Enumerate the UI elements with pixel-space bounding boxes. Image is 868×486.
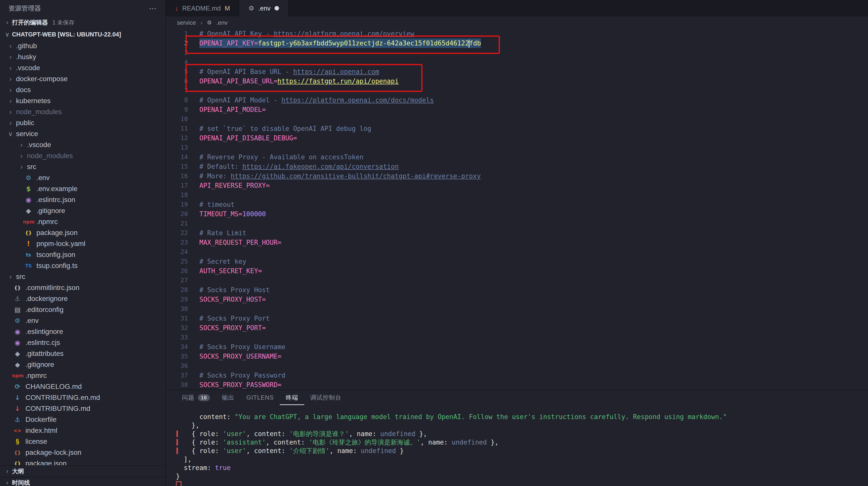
tree-file-package.json[interactable]: {}package.json <box>0 227 165 238</box>
terminal[interactable]: content: "You are ChatGPT, a large langu… <box>166 405 868 486</box>
editor-line[interactable]: 1# OpenAI API Key - https://platform.ope… <box>166 29 868 38</box>
editor-line[interactable]: 22# Rate Limit <box>166 228 868 238</box>
sidebar-section-时间线[interactable]: ›时间线 <box>0 477 165 486</box>
editor-line[interactable]: 9OPENAI_API_MODEL= <box>166 105 868 114</box>
tree-file-CHANGELOG.md[interactable]: ⟳CHANGELOG.md <box>0 381 165 392</box>
editor-line[interactable]: 15# Default: https://ai.fakeopen.com/api… <box>166 162 868 171</box>
more-actions-icon[interactable]: ⋯ <box>149 4 157 13</box>
token-comment: # OpenAI API Base URL - <box>199 68 293 76</box>
tree-file-.npmrc[interactable]: npm.npmrc <box>0 370 165 381</box>
tree-file-.gitignore[interactable]: ◆.gitignore <box>0 359 165 370</box>
line-number: 4 <box>166 57 188 67</box>
tree-folder-service[interactable]: ∨service <box>0 128 165 139</box>
panel-tab-GITLENS[interactable]: GITLENS <box>240 390 280 405</box>
line-number: 9 <box>166 105 188 114</box>
editor-line[interactable]: 13 <box>166 143 868 152</box>
tree-folder-src[interactable]: ›src <box>0 271 165 282</box>
tree-file-.editorconfig[interactable]: ▤.editorconfig <box>0 304 165 315</box>
tree-file-CONTRIBUTING.md[interactable]: ↓CONTRIBUTING.md <box>0 403 165 414</box>
editor-line[interactable]: 38SOCKS_PROXY_PASSWORD= <box>166 380 868 390</box>
editor-line[interactable]: 27 <box>166 276 868 285</box>
tree-folder-node_modules[interactable]: ›node_modules <box>0 150 165 161</box>
tree-file-package-lock.json[interactable]: {}package-lock.json <box>0 447 165 458</box>
editor-line[interactable]: 2OPENAI_API_KEY=fastgpt-y6b3axfbdd5wyp01… <box>166 38 868 48</box>
editor-line[interactable]: 6OPENAI_API_BASE_URL=https://fastgpt.run… <box>166 77 868 86</box>
tree-file-.env[interactable]: ⚙.env <box>0 172 165 183</box>
editor-line[interactable]: 5# OpenAI API Base URL - https://api.ope… <box>166 67 868 77</box>
editor-line[interactable]: 8# OpenAI API Model - https://platform.o… <box>166 95 868 105</box>
editor-line[interactable]: 25# Secret key <box>166 257 868 266</box>
tree-folder-.husky[interactable]: ›.husky <box>0 52 165 62</box>
editor-line[interactable]: 28# Socks Proxy Host <box>166 285 868 295</box>
line-number: 17 <box>166 181 188 190</box>
tree-file-package.json[interactable]: {}package.json <box>0 458 165 465</box>
tree-folder-docker-compose[interactable]: ›docker-compose <box>0 74 165 84</box>
breadcrumb-item[interactable]: .env <box>216 19 227 26</box>
tree-file-.commitlintrc.json[interactable]: {}.commitlintrc.json <box>0 282 165 293</box>
editor-line[interactable]: 18 <box>166 190 868 200</box>
tree-file-.gitattributes[interactable]: ◆.gitattributes <box>0 348 165 359</box>
editor-line[interactable]: 4 <box>166 57 868 67</box>
tree-folder-public[interactable]: ›public <box>0 117 165 128</box>
tree-folder-src[interactable]: ›src <box>0 161 165 172</box>
editor-line[interactable]: 7 <box>166 86 868 95</box>
tree-folder-.github[interactable]: ›.github <box>0 40 165 52</box>
editor-line[interactable]: 35SOCKS_PROXY_USERNAME= <box>166 352 868 361</box>
bottom-panel: 问题16输出GITLENS终端调试控制台 content: "You are C… <box>166 390 868 486</box>
editor-line[interactable]: 26AUTH_SECRET_KEY= <box>166 266 868 276</box>
editor-tab-.env[interactable]: ⚙.env <box>239 0 288 17</box>
tree-file-pnpm-lock.yaml[interactable]: !pnpm-lock.yaml <box>0 238 165 249</box>
editor-line[interactable]: 10 <box>166 114 868 124</box>
tree-file-Dockerfile[interactable]: ⚓Dockerfile <box>0 414 165 425</box>
tree-folder-kubernetes[interactable]: ›kubernetes <box>0 95 165 106</box>
panel-tab-问题[interactable]: 问题16 <box>176 390 216 405</box>
tree-file-.eslintrc.json[interactable]: ◉.eslintrc.json <box>0 194 165 205</box>
editor-line[interactable]: 36 <box>166 361 868 371</box>
chevron-right-icon: › <box>16 152 27 160</box>
tree-file-license[interactable]: §license <box>0 436 165 447</box>
tree-folder-.vscode[interactable]: ›.vscode <box>0 139 165 150</box>
editor[interactable]: 1# OpenAI API Key - https://platform.ope… <box>166 29 868 390</box>
editor-line[interactable]: 11# set `true` to disable OpenAI API deb… <box>166 124 868 133</box>
editor-line[interactable]: 21 <box>166 219 868 228</box>
editor-line[interactable]: 37# Socks Proxy Password <box>166 371 868 380</box>
tree-file-index.html[interactable]: <>index.html <box>0 425 165 436</box>
tree-file-.gitignore[interactable]: ◆.gitignore <box>0 205 165 216</box>
panel-tab-终端[interactable]: 终端 <box>280 390 304 405</box>
workspace-section-header[interactable]: ∨ CHATGPT-WEB [WSL: UBUNTU-22.04] <box>0 28 165 40</box>
editor-tab-README.md[interactable]: ↓README.mdM <box>166 0 239 17</box>
tree-file-.env.example[interactable]: $.env.example <box>0 183 165 194</box>
editor-line[interactable]: 23MAX_REQUEST_PER_HOUR= <box>166 238 868 247</box>
editor-line[interactable]: 24 <box>166 247 868 257</box>
tree-folder-docs[interactable]: ›docs <box>0 84 165 95</box>
panel-tab-输出[interactable]: 输出 <box>216 390 240 405</box>
open-editors-section-header[interactable]: › 打开的编辑器 1 未保存 <box>0 17 165 28</box>
editor-line[interactable]: 31# Socks Proxy Port <box>166 314 868 323</box>
breadcrumb[interactable]: service›⚙.env <box>166 17 868 29</box>
editor-line[interactable]: 33 <box>166 333 868 342</box>
tree-file-CONTRIBUTING.en.md[interactable]: ↓CONTRIBUTING.en.md <box>0 392 165 403</box>
editor-line[interactable]: 20TIMEOUT_MS=100000 <box>166 209 868 219</box>
tree-file-.eslintignore[interactable]: ◉.eslintignore <box>0 326 165 337</box>
editor-line[interactable]: 29SOCKS_PROXY_HOST= <box>166 295 868 304</box>
editor-line[interactable]: 32SOCKS_PROXY_PORT= <box>166 323 868 333</box>
tree-file-tsconfig.json[interactable]: tstsconfig.json <box>0 249 165 260</box>
editor-line[interactable]: 14# Reverse Proxy - Available on accessT… <box>166 152 868 162</box>
tree-file-.eslintrc.cjs[interactable]: ◉.eslintrc.cjs <box>0 337 165 348</box>
tree-folder-.vscode[interactable]: ›.vscode <box>0 62 165 74</box>
editor-line[interactable]: 30 <box>166 304 868 314</box>
sidebar-section-大纲[interactable]: ›大纲 <box>0 465 165 477</box>
tree-file-.npmrc[interactable]: npm.npmrc <box>0 216 165 227</box>
tree-file-.dockerignore[interactable]: ⚓.dockerignore <box>0 293 165 304</box>
editor-line[interactable]: 12OPENAI_API_DISABLE_DEBUG= <box>166 133 868 143</box>
editor-line[interactable]: 16# More: https://github.com/transitive-… <box>166 171 868 181</box>
breadcrumb-item[interactable]: service <box>177 19 196 26</box>
editor-line[interactable]: 34# Socks Proxy Username <box>166 342 868 352</box>
editor-line[interactable]: 17API_REVERSE_PROXY= <box>166 181 868 190</box>
editor-line[interactable]: 3 <box>166 48 868 57</box>
tree-file-tsup.config.ts[interactable]: TStsup.config.ts <box>0 260 165 271</box>
editor-line[interactable]: 19# timeout <box>166 200 868 209</box>
tree-file-.env[interactable]: ⚙.env <box>0 315 165 326</box>
tree-folder-node_modules[interactable]: ›node_modules <box>0 106 165 117</box>
panel-tab-调试控制台[interactable]: 调试控制台 <box>304 390 347 405</box>
